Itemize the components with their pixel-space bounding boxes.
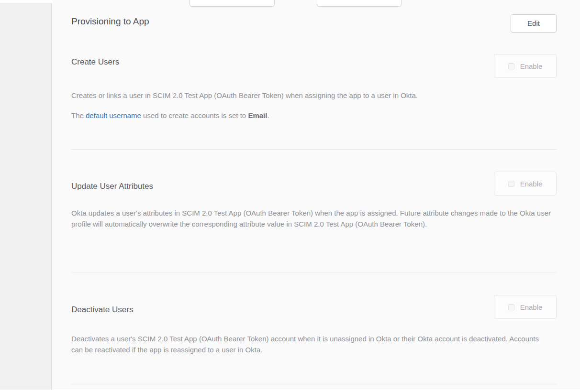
note-middle: used to create accounts is set to [141,111,248,120]
enable-toggle-deactivate-users[interactable]: Enable [494,295,557,319]
edit-button[interactable]: Edit [511,14,557,33]
deactivate-users-description: Deactivates a user's SCIM 2.0 Test App (… [71,333,545,355]
note-prefix: The [71,111,86,120]
cutoff-input-right[interactable] [317,0,402,7]
section-title-deactivate-users: Deactivate Users [71,305,133,315]
enable-toggle-update-user-attributes[interactable]: Enable [494,172,557,196]
create-users-note: The default username used to create acco… [71,110,557,121]
page-canvas: Provisioning to App Edit Create Users En… [0,0,580,392]
cutoff-input-left[interactable] [190,0,275,7]
section-title-update-user-attributes: Update User Attributes [71,182,153,191]
note-bold-value: Email [248,111,267,120]
enable-toggle-label: Enable [520,303,543,311]
left-sidebar [0,3,52,390]
enable-toggle-create-users[interactable]: Enable [494,54,557,78]
note-suffix: . [267,111,269,120]
enable-toggle-label: Enable [520,180,543,188]
enable-checkbox-icon[interactable] [508,63,514,69]
enable-toggle-label: Enable [520,62,543,70]
page-title: Provisioning to App [71,16,149,27]
provisioning-settings-panel: Provisioning to App Edit Create Users En… [52,0,580,390]
create-users-description: Creates or links a user in SCIM 2.0 Test… [71,90,557,101]
enable-checkbox-icon[interactable] [508,181,514,187]
default-username-link[interactable]: default username [86,111,141,120]
enable-checkbox-icon[interactable] [508,304,514,310]
section-divider [71,272,557,272]
section-divider [71,149,557,150]
section-divider [71,384,557,384]
section-title-create-users: Create Users [71,57,119,67]
update-user-attributes-description: Okta updates a user's attributes in SCIM… [71,207,554,229]
